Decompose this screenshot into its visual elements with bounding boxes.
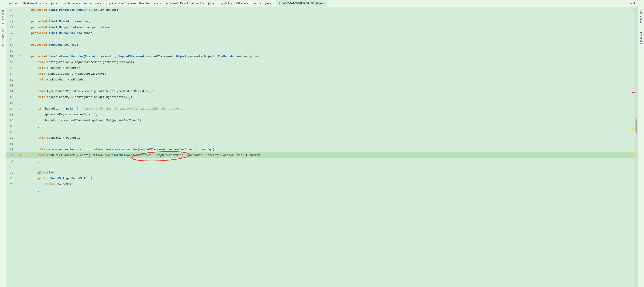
tab-routing[interactable]: RoutingStatementHandler.java×	[7, 0, 62, 7]
code-segment: mappedStatement	[157, 154, 183, 157]
line-number-70: 70	[6, 154, 17, 157]
code-segment: // issue #435, get the key before calcul…	[80, 107, 183, 110]
right-edge-markers	[632, 7, 634, 287]
code-segment: if	[38, 107, 42, 110]
code-line-61: 61	[6, 100, 635, 106]
tab-dot-defaultresult	[166, 3, 168, 4]
code-segment: protected	[31, 31, 47, 35]
line-code-76: }	[24, 187, 635, 193]
tab-close-callable[interactable]: ×	[272, 2, 274, 5]
line-number-53: 53	[6, 55, 17, 58]
tab-overflow-badge[interactable]: ≡ 4	[630, 0, 637, 7]
code-segment: BoundSql	[50, 177, 64, 180]
line-code-63: generateKeys(parameterObject);	[24, 112, 635, 118]
tab-bar: RoutingStatementHandler.java×ParameterHa…	[0, 0, 644, 7]
code-segment: mappedStatement	[64, 119, 90, 122]
line-code-65: }	[24, 123, 635, 129]
tab-label-base: BaseStatementHandler.java	[282, 2, 322, 5]
line-gutter-53: @	[17, 55, 24, 58]
code-segment: this	[38, 61, 45, 64]
code-segment: mappedStatement	[78, 72, 104, 75]
code-line-75: 75 return boundSql;	[6, 182, 635, 187]
code-segment: MappedStatement	[59, 26, 85, 29]
code-line-52: 52	[6, 48, 635, 54]
tab-close-defaultresult[interactable]: ×	[215, 2, 217, 5]
line-code-71: }	[24, 158, 635, 164]
fold-close-65[interactable]: △	[20, 125, 21, 128]
sidebar-item-structure[interactable]: Z: Structure	[1, 27, 5, 48]
line-number-59: 59	[6, 90, 17, 93]
line-number-64: 64	[6, 119, 17, 122]
line-code-51: protected BoundSql boundSql;	[24, 42, 635, 48]
code-segment: this	[38, 78, 45, 81]
code-segment: newResultSetHandler	[104, 154, 138, 157]
tab-callable[interactable]: CallableStatementHandler.java×	[219, 0, 276, 7]
code-line-62: 62▽ if (boundSql == null) { // issue #43…	[6, 106, 635, 112]
tab-close-parameter[interactable]: ×	[102, 2, 104, 5]
code-segment: BaseStatementHandler	[48, 55, 84, 58]
tab-dot-base	[278, 2, 280, 4]
code-line-76: 76△ }	[6, 187, 635, 193]
code-line-54: 54 this.configuration = mappedStatement.…	[6, 59, 635, 65]
line-gutter-65: △	[17, 125, 24, 128]
breakpoint-70[interactable]	[20, 154, 22, 156]
line-number-55: 55	[6, 67, 17, 70]
line-code-69: this.parameterHandler = configuration.ne…	[24, 147, 635, 152]
tab-parameter[interactable]: ParameterHandler.java×	[62, 0, 106, 7]
sidebar-item-alt-build[interactable]: Alt Build	[640, 10, 642, 23]
code-segment: RowBounds	[218, 55, 234, 58]
code-line-47: 47 protected final Executor executor;	[6, 19, 635, 24]
marker-yellow-mid	[632, 128, 634, 129]
code-segment: mappedStatement	[146, 55, 172, 58]
scrollbar[interactable]	[635, 7, 638, 287]
line-code-57: this.rowBounds = rowBounds;	[24, 77, 635, 83]
code-segment: executor	[140, 154, 153, 157]
line-number-66: 66	[6, 131, 17, 134]
code-line-69: 69 this.parameterHandler = configuration…	[6, 147, 635, 152]
tab-prepared[interactable]: PreparedStatementHandler.java×	[106, 0, 164, 7]
code-segment: this	[38, 72, 45, 75]
code-line-57: 57 this.rowBounds = rowBounds;	[6, 77, 635, 83]
line-gutter-74: ▽	[17, 177, 24, 180]
line-number-51: 51	[6, 43, 17, 47]
code-segment: final	[48, 8, 57, 12]
tab-close-base[interactable]: ×	[323, 2, 325, 5]
code-segment: protected	[31, 26, 47, 29]
code-segment: Object	[176, 55, 186, 58]
code-line-45: 45 protected final ParameterHandler para…	[6, 7, 635, 13]
tab-defaultresult[interactable]: DefaultResultSetHandler.java×	[164, 0, 219, 7]
tab-close-routing[interactable]: ×	[58, 2, 60, 5]
tab-dot-parameter	[64, 3, 66, 4]
left-sidebar: 1: Project Z: Structure	[0, 7, 6, 287]
code-segment: Executor	[85, 55, 99, 58]
line-gutter-71: △	[17, 160, 24, 163]
line-code-55: this.executor = executor;	[24, 65, 635, 71]
line-number-48: 48	[6, 26, 17, 29]
tab-close-prepared[interactable]: ×	[160, 2, 161, 5]
fold-close-71[interactable]: △	[20, 160, 21, 163]
line-number-45: 45	[6, 8, 17, 12]
tab-base[interactable]: BaseStatementHandler.java×	[276, 0, 327, 7]
code-line-53: 53@ protected BaseStatementHandler(Execu…	[6, 54, 635, 59]
sidebar-item-database[interactable]: Database	[640, 32, 642, 44]
line-number-65: 65	[6, 125, 17, 128]
line-code-48: protected final MappedStatement mappedSt…	[24, 24, 635, 30]
line-number-60: 60	[6, 96, 17, 99]
line-code-56: this.mappedStatement = mappedStatement;	[24, 71, 635, 77]
line-code-47: protected final Executor executor;	[24, 19, 635, 24]
line-code-59: this.typeHandlerRegistry = configuration…	[24, 88, 635, 94]
fold-close-76[interactable]: △	[20, 189, 21, 192]
line-number-58: 58	[6, 84, 17, 87]
line-gutter-76: △	[17, 189, 24, 192]
line-code-53: protected BaseStatementHandler(Executor …	[24, 54, 635, 59]
line-number-61: 61	[6, 101, 17, 105]
code-segment: parameterObject	[113, 119, 140, 122]
sidebar-item-project[interactable]: 1: Project	[1, 8, 5, 26]
code-segment: Executor	[59, 20, 73, 23]
scrollbar-thumb[interactable]	[636, 119, 637, 133]
code-line-71: 71△ }	[6, 158, 635, 164]
code-lines: 45 protected final ParameterHandler para…	[6, 7, 635, 287]
fold-open-62[interactable]: ▽	[20, 107, 21, 111]
marker-red	[632, 92, 634, 93]
fold-open-74[interactable]: ▽	[20, 177, 21, 180]
